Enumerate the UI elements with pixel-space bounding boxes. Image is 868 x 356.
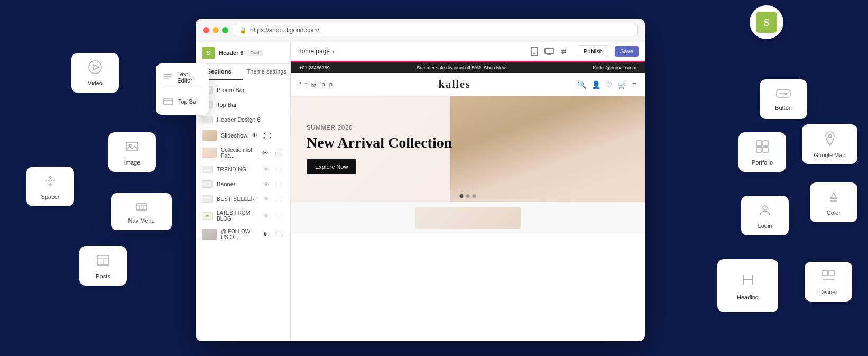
heading-icon: [739, 271, 757, 291]
hamburger-icon[interactable]: ≡: [632, 80, 636, 89]
nav-actions: 🔍 👤 ♡ 🛒 ≡: [577, 80, 636, 89]
svg-point-28: [828, 134, 832, 138]
widget-card-spacer[interactable]: Spacer: [26, 167, 74, 206]
hero-section: SUMMER 2020 New Arrival Collection Explo…: [291, 96, 645, 202]
follow-eye-icon[interactable]: 👁: [262, 231, 268, 238]
svg-point-10: [129, 144, 131, 147]
preview-bottom-image: [415, 207, 521, 229]
banner-eye-icon[interactable]: 👁: [264, 181, 269, 187]
shopify-logo-icon: S: [756, 12, 777, 33]
url-bar[interactable]: 🔒 https://shop.digood.com/: [234, 24, 638, 36]
widget-card-posts[interactable]: Posts: [79, 246, 127, 286]
panel-tabs: Sections Theme settings: [196, 64, 290, 80]
top-bar-section-label: Top Bar: [217, 102, 237, 108]
page-select[interactable]: Home page ▾: [297, 48, 335, 55]
svg-rect-39: [823, 270, 828, 276]
widget-card-google-map[interactable]: Google Map: [802, 124, 857, 164]
hero-cta-button[interactable]: Explore Now: [307, 159, 356, 174]
slideshow-thumb: [202, 130, 217, 141]
traffic-light-green[interactable]: [222, 27, 228, 33]
left-panel: S Header 6 Draft Sections Theme settings…: [196, 42, 291, 341]
promo-phone: +01 23456789: [299, 65, 330, 70]
editor-title: Header 6: [219, 50, 243, 56]
section-item-collection[interactable]: Collection list Pac... 👁 ⋮⋮: [196, 144, 290, 162]
trending-eye-icon[interactable]: 👁: [264, 167, 269, 172]
follow-label: @ FOLLOW US O...: [221, 229, 258, 240]
store-preview: +01 23456789 Summer sale discount off 50…: [291, 61, 645, 341]
svg-marker-3: [94, 65, 99, 70]
section-item-bestseller[interactable]: BEST SELLER 👁 ⋮⋮: [196, 191, 290, 206]
slideshow-eye-icon[interactable]: 👁: [252, 132, 257, 139]
blog-eye-icon[interactable]: 👁: [264, 213, 269, 219]
slideshow-drag-icon: ⋮⋮: [262, 132, 273, 139]
promo-strip: +01 23456789 Summer sale discount off 50…: [291, 62, 645, 73]
section-item-trending[interactable]: TRENDING 👁 ⋮⋮: [196, 162, 290, 177]
dots-indicator: [460, 194, 476, 198]
portfolio-icon: [755, 139, 770, 156]
page-chevron-icon: ▾: [332, 49, 335, 54]
divider-icon: [821, 269, 836, 286]
widget-label-button: Button: [775, 105, 792, 111]
floating-panel-text-editor: Text Editor Top Bar: [156, 63, 209, 115]
cart-icon[interactable]: 🛒: [618, 80, 627, 89]
widget-card-heading[interactable]: Heading: [717, 259, 778, 312]
svg-rect-23: [545, 48, 553, 54]
shopify-small-icon: S: [202, 47, 215, 59]
publish-button[interactable]: Publish: [578, 45, 608, 57]
widget-card-portfolio[interactable]: Portfolio: [738, 132, 786, 172]
widget-label-heading: Heading: [737, 294, 759, 300]
traffic-lights: [203, 27, 228, 33]
widget-card-color[interactable]: Color: [810, 182, 857, 222]
section-item-follow[interactable]: @ FOLLOW US O... 👁 ⋮⋮: [196, 225, 290, 243]
section-item-banner[interactable]: Banner 👁 ⋮⋮: [196, 177, 290, 191]
mobile-view-icon[interactable]: [529, 46, 540, 57]
tab-theme-settings[interactable]: Theme settings: [243, 64, 291, 80]
collection-eye-icon[interactable]: 👁: [262, 150, 268, 156]
widget-label-google-map: Google Map: [814, 152, 846, 158]
account-icon[interactable]: 👤: [592, 80, 601, 89]
settings-view-icon[interactable]: ⇄: [559, 46, 569, 57]
widget-card-nav-menu-floating[interactable]: Nav Menu: [111, 193, 172, 230]
dot-3[interactable]: [473, 194, 476, 198]
dot-1[interactable]: [460, 194, 464, 198]
widget-card-image[interactable]: Image: [108, 132, 156, 172]
shopify-badge: S: [750, 5, 783, 39]
social-icons: f t ◎ in p: [299, 81, 333, 88]
widget-card-video[interactable]: Video: [71, 53, 119, 93]
preview-bottom: [291, 202, 645, 234]
traffic-light-yellow[interactable]: [213, 27, 219, 33]
section-item-slideshow[interactable]: Slideshow 👁 ⋮⋮: [196, 127, 290, 144]
bestseller-label: BEST SELLER: [217, 196, 255, 202]
blog-drag-icon: ⋮⋮: [273, 213, 284, 219]
collection-drag-icon: ⋮⋮: [272, 150, 284, 157]
wishlist-icon[interactable]: ♡: [606, 80, 613, 89]
widget-label-image: Image: [124, 159, 141, 166]
section-list: Promo Bar Top Bar Header Design 6 Slides…: [196, 80, 290, 341]
bestseller-eye-icon[interactable]: 👁: [264, 196, 269, 202]
follow-thumb: [202, 229, 217, 240]
search-nav-icon[interactable]: 🔍: [577, 80, 586, 89]
browser-chrome: 🔒 https://shop.digood.com/: [196, 19, 645, 42]
promo-bar-label: Promo Bar: [217, 87, 245, 93]
widget-card-login[interactable]: Login: [741, 196, 789, 235]
save-button[interactable]: Save: [615, 46, 639, 57]
desktop-view-icon[interactable]: [544, 46, 555, 57]
dot-2[interactable]: [466, 194, 470, 198]
widget-card-button[interactable]: Button: [760, 79, 807, 119]
svg-rect-32: [763, 147, 768, 152]
preview-toolbar: Home page ▾ ⇄ Publish Save: [291, 42, 645, 61]
banner-drag-icon: ⋮⋮: [273, 181, 284, 187]
section-item-header[interactable]: Header Design 6: [196, 112, 290, 127]
svg-rect-14: [136, 204, 147, 210]
traffic-light-red[interactable]: [203, 27, 209, 33]
section-item-top-bar[interactable]: Top Bar: [196, 97, 290, 112]
widget-label-login: Login: [758, 223, 772, 229]
widget-card-divider[interactable]: Divider: [805, 262, 852, 302]
bestseller-icon: [202, 195, 213, 203]
section-item-blog[interactable]: ✏ LATES FROM BLOG 👁 ⋮⋮: [196, 206, 290, 225]
collection-label: Collection list Pac...: [221, 147, 258, 159]
text-editor-icon: [162, 71, 173, 83]
draft-badge: Draft: [247, 50, 263, 56]
section-item-promo-bar[interactable]: Promo Bar: [196, 83, 290, 97]
hero-text: SUMMER 2020 New Arrival Collection Explo…: [307, 124, 629, 174]
